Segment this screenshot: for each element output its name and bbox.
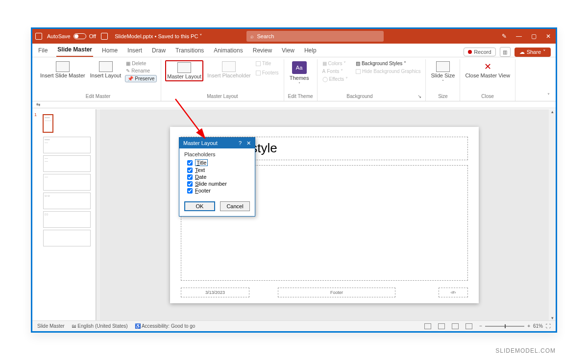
fit-window-icon[interactable]: ⛶ xyxy=(546,323,551,329)
thumbnail-layout-1[interactable]: ═══── xyxy=(43,137,91,153)
footer-placeholder[interactable]: Footer xyxy=(278,288,395,297)
status-mode: Slide Master xyxy=(37,323,65,329)
tab-file[interactable]: File xyxy=(37,45,49,57)
maximize-icon[interactable]: ▢ xyxy=(529,32,538,41)
cancel-button[interactable]: Cancel xyxy=(220,201,250,211)
ok-button[interactable]: OK xyxy=(184,201,215,211)
checkbox-date[interactable]: Date xyxy=(187,174,250,180)
checkbox-title[interactable]: Title xyxy=(187,159,250,166)
master-layout-dialog: Master Layout ? ✕ Placeholders Title Tex… xyxy=(179,137,255,217)
workspace: 1 ═══──── ═══── ──── ── ▭ ▭ ▯ ▯ Master t… xyxy=(32,109,556,320)
ribbon: Insert Slide Master Insert Layout ▦ Dele… xyxy=(32,57,556,101)
delete-button[interactable]: ▦ Delete xyxy=(125,60,157,67)
dialog-title: Master Layout xyxy=(183,140,218,146)
themes-icon: Aa xyxy=(292,61,307,74)
ribbon-collapse-icon[interactable]: ˅ xyxy=(544,90,553,101)
insert-slide-master-button[interactable]: Insert Slide Master xyxy=(39,60,86,79)
preserve-button[interactable]: 📌 Preserve xyxy=(125,75,157,82)
ribbon-options-icon[interactable]: ✎ xyxy=(500,32,509,41)
search-placeholder: Search xyxy=(257,33,274,39)
master-layout-button[interactable]: Master Layout xyxy=(165,60,203,81)
colors-button[interactable]: ▦ Colors ˅ xyxy=(321,60,349,67)
close-master-view-button[interactable]: ✕Close Master View xyxy=(464,60,511,79)
autosave-toggle[interactable]: AutoSave Off xyxy=(47,33,96,39)
effects-button[interactable]: ◯ Effects ˅ xyxy=(321,76,349,82)
slide-number-label: 1 xyxy=(34,112,37,117)
present-button[interactable]: ▥ xyxy=(500,47,511,57)
reading-view-icon[interactable] xyxy=(452,323,459,329)
zoom-label[interactable]: 61% xyxy=(533,323,543,329)
tab-insert[interactable]: Insert xyxy=(126,45,143,57)
title-checkbox[interactable]: Title xyxy=(255,60,280,67)
footers-checkbox[interactable]: Footers xyxy=(255,70,280,76)
search-box[interactable]: ⌕ Search xyxy=(246,31,384,42)
date-placeholder[interactable]: 3/13/2023 xyxy=(181,288,249,297)
group-size: Size xyxy=(430,93,456,100)
thumbnail-layout-5[interactable]: ▯ ▯ xyxy=(43,211,91,228)
sorter-view-icon[interactable] xyxy=(438,323,445,329)
zoom-slider[interactable] xyxy=(485,326,524,327)
qat-row[interactable]: ⇆ xyxy=(32,101,556,108)
thumbnail-layout-3[interactable]: ── xyxy=(43,174,91,191)
app-icon xyxy=(35,33,42,40)
tab-view[interactable]: View xyxy=(281,45,295,57)
file-name[interactable]: SlideModel.pptx • Saved to this PC ˅ xyxy=(115,33,202,40)
vertical-scrollbar[interactable]: ▴▾ xyxy=(549,109,556,320)
thumbnails-scrollbar[interactable] xyxy=(96,109,100,320)
minimize-icon[interactable]: — xyxy=(514,32,523,41)
rename-button[interactable]: ✎ Rename xyxy=(125,68,157,74)
watermark: SLIDEMODEL.COM xyxy=(495,347,556,354)
toggle-switch[interactable] xyxy=(74,33,86,39)
slide-thumbnails-panel: 1 ═══──── ═══── ──── ── ▭ ▭ ▯ ▯ xyxy=(32,109,96,320)
share-button[interactable]: ☁ Share ˅ xyxy=(514,48,551,57)
tab-help[interactable]: Help xyxy=(303,45,318,57)
normal-view-icon[interactable] xyxy=(424,323,431,329)
status-bar: Slide Master 🖭 English (United States) ♿… xyxy=(32,320,556,331)
dialog-close-icon[interactable]: ✕ xyxy=(246,140,251,146)
record-dot-icon xyxy=(468,50,472,54)
thumbnail-layout-4[interactable]: ▭ ▭ xyxy=(43,193,91,209)
zoom-out-button[interactable]: − xyxy=(479,323,482,329)
thumbnail-layout-6[interactable] xyxy=(43,230,91,246)
save-icon[interactable] xyxy=(101,33,108,40)
tab-home[interactable]: Home xyxy=(101,45,119,57)
dialog-titlebar[interactable]: Master Layout ? ✕ xyxy=(179,138,255,148)
ribbon-tabs: File Slide Master Home Insert Draw Trans… xyxy=(32,44,556,57)
background-styles-button[interactable]: ▨ Background Styles ˅ xyxy=(355,60,422,67)
autosave-label: AutoSave xyxy=(47,33,71,39)
slideshow-view-icon[interactable] xyxy=(466,323,472,329)
tab-animations[interactable]: Animations xyxy=(213,45,244,57)
close-window-icon[interactable]: ✕ xyxy=(544,32,553,41)
tab-draw[interactable]: Draw xyxy=(151,45,167,57)
group-edit-master: Edit Master xyxy=(39,93,157,100)
tab-review[interactable]: Review xyxy=(252,45,273,57)
zoom-in-button[interactable]: + xyxy=(527,323,530,329)
close-icon: ✕ xyxy=(484,61,491,72)
checkbox-text[interactable]: Text xyxy=(187,167,250,173)
insert-placeholder-button[interactable]: Insert Placeholder xyxy=(206,60,252,79)
accessibility-button[interactable]: ♿ Accessibility: Good to go xyxy=(135,323,196,329)
fonts-button[interactable]: A Fonts ˅ xyxy=(321,68,349,74)
insert-layout-button[interactable]: Insert Layout xyxy=(89,60,122,79)
slide-canvas[interactable]: Master title style ster text styles Four… xyxy=(100,109,549,320)
autosave-state: Off xyxy=(89,33,96,39)
slide-size-button[interactable]: Slide Size˅ xyxy=(430,60,456,85)
search-icon: ⌕ xyxy=(250,33,254,39)
thumbnail-layout-2[interactable]: ──── xyxy=(43,155,91,172)
themes-button[interactable]: AaThemes˅ xyxy=(288,60,311,87)
group-close: Close xyxy=(464,93,511,100)
dialog-section-label: Placeholders xyxy=(184,151,250,157)
record-button[interactable]: Record xyxy=(464,48,495,56)
hide-background-checkbox[interactable]: Hide Background Graphics xyxy=(355,68,422,74)
title-bar: AutoSave Off SlideModel.pptx • Saved to … xyxy=(32,29,556,44)
checkbox-footer[interactable]: Footer xyxy=(187,188,250,194)
checkbox-slide-number[interactable]: Slide number xyxy=(187,181,250,187)
group-edit-theme: Edit Theme xyxy=(288,93,313,100)
tab-transitions[interactable]: Transitions xyxy=(174,45,205,57)
tab-slide-master[interactable]: Slide Master xyxy=(56,44,93,57)
slide-number-placeholder[interactable]: ‹#› xyxy=(439,288,468,297)
group-master-layout: Master Layout xyxy=(165,93,279,100)
thumbnail-master[interactable]: ═══──── xyxy=(43,114,53,133)
dialog-help-icon[interactable]: ? xyxy=(239,140,242,146)
language-button[interactable]: 🖭 English (United States) xyxy=(72,323,128,329)
